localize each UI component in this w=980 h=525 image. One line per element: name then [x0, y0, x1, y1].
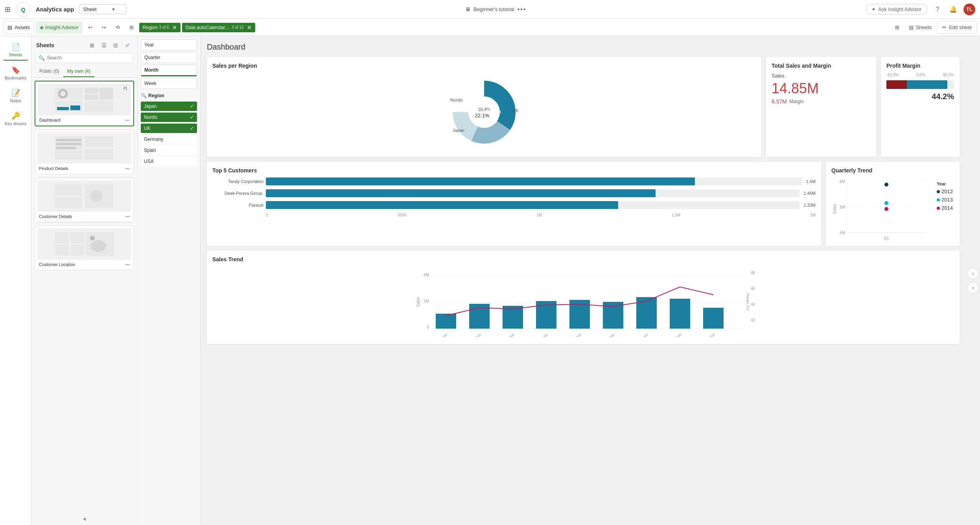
more-options-icon[interactable]: •••: [518, 6, 527, 13]
sidebar: 📄 Sheets 🔖 Bookmarks 📝 Notes 🔑 Key drive…: [0, 36, 31, 525]
assets-button[interactable]: ▤ Assets: [3, 21, 34, 34]
svg-text:2012-Feb: 2012-Feb: [468, 332, 482, 337]
sort-button[interactable]: ⊟: [111, 40, 121, 50]
sheet-preview-customer-details: [37, 180, 131, 212]
legend-2012: 2012: [937, 189, 953, 194]
svg-rect-6: [85, 94, 98, 100]
bar-label-1: Tandy Corporation: [212, 179, 263, 184]
selections-button[interactable]: ⊞: [125, 21, 138, 34]
legend-dot-2014: [937, 207, 940, 210]
region-germany[interactable]: Germany: [141, 135, 197, 144]
tab-public[interactable]: Public (0): [35, 66, 63, 77]
filter-week[interactable]: Week: [141, 78, 197, 89]
kpi-sales-value: 14.85M: [772, 80, 871, 97]
expand-button[interactable]: ⤢: [122, 40, 133, 50]
sheet-more-icon[interactable]: •••: [125, 118, 129, 122]
insight-advisor-icon: ◈: [40, 24, 44, 30]
check-icon: ✓: [190, 126, 194, 131]
sheet-card-customer-location[interactable]: Customer Location •••: [35, 226, 134, 270]
sheet-preview-customer-location: [37, 228, 131, 260]
prev-arrow[interactable]: ‹: [967, 268, 978, 279]
total-sales-card: Total Sales and Margin Sales 14.85M 6.57…: [766, 57, 876, 157]
insight-advisor-button[interactable]: ◈ Insight Advisor: [36, 21, 83, 34]
svg-text:Sales: Sales: [833, 204, 837, 214]
bar-track-3: [266, 201, 799, 209]
filter-year[interactable]: Year: [141, 39, 197, 50]
grid-view-icon[interactable]: ⊞: [891, 21, 903, 34]
edit-sheet-button[interactable]: ✏ Edit sheet: [937, 21, 977, 34]
region-spain[interactable]: Spain: [141, 146, 197, 155]
filter-quarter[interactable]: Quarter: [141, 52, 197, 63]
kpi-secondary: 6.57M Margin: [772, 98, 871, 105]
presentation-icon: 🖥: [465, 6, 470, 12]
main-layout: 📄 Sheets 🔖 Bookmarks 📝 Notes 🔑 Key drive…: [0, 36, 980, 525]
date-filter-close-icon[interactable]: ✕: [247, 24, 252, 31]
sheets-panel-title: Sheets: [36, 42, 54, 48]
tutorial-label: Beginner's tutorial: [473, 6, 514, 12]
sheet-card-name-customer-details: Customer Details •••: [37, 213, 131, 220]
forward-button[interactable]: ↪: [98, 21, 110, 34]
qlik-logo[interactable]: Q: [15, 2, 31, 17]
sheet-card-name-customer-location: Customer Location •••: [37, 261, 131, 268]
sheet-card-customer-details[interactable]: Customer Details •••: [35, 177, 134, 222]
avatar[interactable]: TL: [963, 4, 975, 15]
list-view-button[interactable]: ☰: [99, 40, 109, 50]
region-uk[interactable]: UK ✓: [141, 124, 197, 133]
tab-my-own[interactable]: My own (4): [63, 66, 94, 77]
next-arrow[interactable]: ›: [967, 282, 978, 293]
notifications-icon[interactable]: 🔔: [948, 4, 959, 15]
sheet-card-name-dashboard: Dashboard •••: [38, 117, 131, 123]
svg-point-51: [884, 183, 888, 187]
sheets-list: #1 #1 Dashboard •••: [31, 78, 137, 512]
help-icon[interactable]: ?: [932, 4, 943, 15]
sidebar-item-bookmarks[interactable]: 🔖 Bookmarks: [3, 62, 28, 83]
svg-rect-73: [670, 299, 690, 329]
sheet-selector[interactable]: Sheet ▾: [79, 4, 126, 14]
sheets-search: 🔍: [35, 53, 133, 63]
search-input[interactable]: [35, 53, 133, 63]
svg-text:2014-Jan: 2014-Jan: [636, 332, 649, 337]
svg-text:48: 48: [751, 271, 755, 275]
toolbar: ▤ Assets ◈ Insight Advisor ↩ ↪ ⟲ ⊞ Regio…: [0, 19, 980, 36]
region-japan[interactable]: Japan ✓: [141, 102, 197, 111]
sheet-card-product-details[interactable]: Product Details •••: [35, 129, 134, 174]
date-filter-tag[interactable]: Date.autoCalendar.... 3 of 12 ✕: [182, 23, 255, 32]
sidebar-item-notes[interactable]: 📝 Notes: [3, 85, 28, 106]
svg-text:2M: 2M: [424, 299, 429, 303]
sheet-card-dashboard[interactable]: #1 #1 Dashboard •••: [35, 81, 134, 126]
right-section: ✦ Ask Insight Advisor ? 🔔 TL: [866, 4, 975, 15]
back-button[interactable]: ↩: [84, 21, 96, 34]
svg-text:2013-Jan: 2013-Jan: [536, 332, 549, 337]
svg-text:4M: 4M: [424, 273, 429, 277]
ask-insight-advisor-button[interactable]: ✦ Ask Insight Advisor: [866, 4, 927, 15]
bar-label-2: Deak-Perera Group.: [212, 191, 263, 196]
sheet-more-icon[interactable]: •••: [125, 166, 130, 171]
sheets-tabs: Public (0) My own (4): [31, 66, 137, 78]
svg-text:Q1: Q1: [884, 236, 889, 240]
top-row: Sales per Region Region: [207, 57, 960, 157]
grid-view-button[interactable]: ⊞: [87, 40, 97, 50]
search-icon: 🔍: [39, 55, 45, 61]
sidebar-item-key-drivers[interactable]: 🔑 Key drivers: [3, 108, 28, 129]
collapse-panel-icon[interactable]: ◄: [31, 512, 137, 525]
undo-button[interactable]: ⟲: [112, 21, 124, 34]
chart-title-sales-region: Sales per Region: [212, 63, 756, 69]
legend-dot-2013: [937, 198, 940, 201]
grid-menu-icon[interactable]: ⊞: [5, 5, 11, 14]
region-filter-tag[interactable]: Region 3 of 6 ✕: [139, 23, 181, 32]
filter-month[interactable]: Month: [141, 65, 197, 76]
region-usa[interactable]: USA: [141, 157, 197, 166]
region-filter-close-icon[interactable]: ✕: [172, 24, 177, 31]
bar-fill-3: [266, 201, 618, 209]
bar-track-1: [266, 177, 802, 185]
bar-value-2: 1.46M: [803, 191, 816, 196]
sheets-toggle[interactable]: ▤ Sheets: [905, 24, 936, 30]
sheet-more-icon[interactable]: •••: [125, 262, 130, 267]
check-icon: ✓: [190, 115, 194, 120]
svg-rect-25: [70, 232, 84, 243]
region-nordic[interactable]: Nordic ✓: [141, 113, 197, 122]
svg-rect-23: [55, 232, 69, 243]
pie-container: Region: [212, 73, 756, 152]
sidebar-item-sheets[interactable]: 📄 Sheets: [3, 39, 28, 61]
sheet-more-icon[interactable]: •••: [125, 214, 130, 219]
